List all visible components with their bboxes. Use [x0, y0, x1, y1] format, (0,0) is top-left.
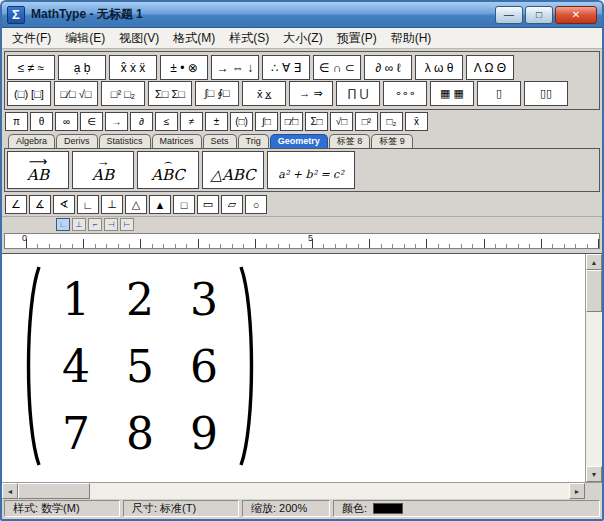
geom-triangle-filled[interactable]: ▲ [149, 195, 171, 214]
spaces-ellipses-palette[interactable]: ạ ḅ [58, 55, 106, 80]
maximize-button[interactable]: □ [525, 6, 553, 24]
vertical-scroll-track[interactable] [586, 312, 602, 466]
scroll-down-icon[interactable]: ▼ [586, 466, 602, 482]
vertical-scroll-thumb[interactable] [586, 270, 602, 312]
small-symbol-leq[interactable]: ≤ [155, 112, 178, 131]
app-logo-icon: Σ [7, 6, 25, 24]
fence-templates-palette[interactable]: (□) [□] [7, 81, 51, 106]
small-template-integral[interactable]: ∫□ [255, 112, 278, 131]
small-template-radical[interactable]: √□ [330, 112, 353, 131]
small-template-parentheses[interactable]: (□) [230, 112, 253, 131]
box-template-palette-1[interactable]: ▯ [477, 81, 521, 106]
small-symbol-infinity[interactable]: ∞ [55, 112, 78, 131]
geom-triangle-outline[interactable]: △ [125, 195, 147, 214]
tab[interactable]: 标签 8 [329, 134, 371, 148]
menu-item[interactable]: 预置(P) [330, 28, 384, 49]
status-zoom[interactable]: 缩放: 200% [242, 500, 330, 517]
arrow-symbols-palette[interactable]: → ⇔ ↓ [211, 55, 259, 80]
status-color[interactable]: 颜色: [333, 500, 600, 517]
geom-rectangle[interactable]: ▭ [197, 195, 219, 214]
geom-parallelogram[interactable]: ▱ [221, 195, 243, 214]
menu-item[interactable]: 大小(Z) [276, 28, 329, 49]
small-symbol-neq[interactable]: ≠ [180, 112, 203, 131]
tab-stop-bar[interactable]: ⊢ [120, 218, 134, 231]
tab-stop-decimal[interactable]: ⊣ [104, 218, 118, 231]
geom-angle[interactable]: ∠ [5, 195, 27, 214]
minimize-button[interactable]: — [495, 6, 523, 24]
menu-item[interactable]: 格式(M) [166, 28, 222, 49]
small-template-overbar[interactable]: x̄ [405, 112, 428, 131]
menu-item[interactable]: 编辑(E) [58, 28, 112, 49]
logic-symbols-palette[interactable]: ∴ ∀ ∃ [262, 55, 310, 80]
geom-square[interactable]: □ [173, 195, 195, 214]
status-style[interactable]: 样式: 数学(M) [4, 500, 120, 517]
close-button[interactable]: ✕ [555, 6, 597, 24]
small-symbol-plus-minus[interactable]: ± [205, 112, 228, 131]
template-vector-ab[interactable]: ⟶ AB [7, 151, 69, 189]
horizontal-scroll-thumb[interactable] [18, 483, 90, 499]
tab[interactable]: Algebra [8, 134, 55, 148]
relational-symbols-palette[interactable]: ≤ ≠ ≈ [7, 55, 55, 80]
menu-item[interactable]: 样式(S) [222, 28, 276, 49]
tab-stop-left[interactable]: ∟ [56, 218, 70, 231]
misc-symbols-palette[interactable]: ∂ ∞ ℓ [364, 55, 412, 80]
integral-templates-palette[interactable]: ∫□ ∮□ [195, 81, 239, 106]
tab[interactable]: 标签 9 [371, 134, 413, 148]
operator-symbols-palette[interactable]: ± • ⊗ [160, 55, 208, 80]
greek-lowercase-palette[interactable]: λ ω θ [415, 55, 463, 80]
box-template-palette-2[interactable]: ▯▯ [524, 81, 568, 106]
template-pythagorean[interactable]: a² + b² = c² [267, 151, 355, 189]
tab[interactable]: Derivs [56, 134, 98, 148]
geom-right-angle[interactable]: ∟ [77, 195, 99, 214]
tab-stop-center[interactable]: ⊥ [72, 218, 86, 231]
small-template-superscript[interactable]: □² [355, 112, 378, 131]
small-template-subscript[interactable]: □₂ [380, 112, 403, 131]
small-template-sum[interactable]: Σ□ [305, 112, 328, 131]
geom-perpendicular[interactable]: ⊥ [101, 195, 123, 214]
geometry-templates-bar: ⟶ AB → AB ⌢ ABC △ABC a² + b² = c² [4, 148, 600, 192]
ruler[interactable]: 0 5 [4, 233, 600, 249]
script-templates-palette[interactable]: □² □₂ [101, 81, 145, 106]
scroll-up-icon[interactable]: ▲ [586, 254, 602, 270]
menu-item[interactable]: 帮助(H) [384, 28, 439, 49]
template-triangle-abc[interactable]: △ABC [202, 151, 264, 189]
small-symbol-theta[interactable]: θ [30, 112, 53, 131]
menu-item[interactable]: 文件(F) [5, 28, 58, 49]
embellishments-palette[interactable]: x̂ ẋ ẍ [109, 55, 157, 80]
menu-item[interactable]: 视图(V) [112, 28, 166, 49]
horizontal-scrollbar[interactable]: ◄ ► [2, 482, 602, 499]
status-size[interactable]: 尺寸: 标准(T) [123, 500, 239, 517]
labeled-arrow-templates-palette[interactable]: → ⇒ [289, 81, 333, 106]
tab[interactable]: Trig [238, 134, 269, 148]
matrix-cell: 5 [108, 333, 172, 400]
horizontal-scroll-track[interactable] [90, 483, 569, 499]
template-ray-ab[interactable]: → AB [72, 151, 134, 189]
geom-spherical-angle[interactable]: ∢ [53, 195, 75, 214]
geom-circle[interactable]: ○ [245, 195, 267, 214]
small-symbol-element-of[interactable]: ∈ [80, 112, 103, 131]
geom-measured-angle[interactable]: ∡ [29, 195, 51, 214]
bar-templates-palette[interactable]: x̄ x̲ [242, 81, 286, 106]
greek-uppercase-palette[interactable]: Λ Ω Θ [466, 55, 514, 80]
vertical-scrollbar[interactable]: ▲ ▼ [585, 254, 602, 482]
set-theory-symbols-palette[interactable]: ∈ ∩ ⊂ [313, 55, 361, 80]
fraction-radical-templates-palette[interactable]: □⁄□ √□ [54, 81, 98, 106]
equation-canvas[interactable]: 1 2 3 4 5 6 7 [2, 254, 585, 482]
scroll-right-icon[interactable]: ► [569, 483, 585, 499]
tab[interactable]: Matrices [152, 134, 202, 148]
matrix-templates-palette[interactable]: ∘∘∘ [383, 81, 427, 106]
tab[interactable]: Sets [203, 134, 237, 148]
small-symbol-right-arrow[interactable]: → [105, 112, 128, 131]
tab[interactable]: Statistics [99, 134, 151, 148]
small-symbol-partial[interactable]: ∂ [130, 112, 153, 131]
small-template-fraction[interactable]: □⁄□ [280, 112, 303, 131]
sum-templates-palette[interactable]: Σ□ Σ□ [148, 81, 192, 106]
template-arc-abc[interactable]: ⌢ ABC [137, 151, 199, 189]
product-set-templates-palette[interactable]: ∏ ⋃ [336, 81, 380, 106]
template-expression: AB [92, 166, 114, 184]
matrix-grid-templates-palette[interactable]: ▦ ▦ [430, 81, 474, 106]
tab[interactable]: Geometry [270, 134, 328, 148]
scroll-left-icon[interactable]: ◄ [2, 483, 18, 499]
small-symbol-pi[interactable]: π [5, 112, 28, 131]
tab-stop-right[interactable]: ⌐ [88, 218, 102, 231]
